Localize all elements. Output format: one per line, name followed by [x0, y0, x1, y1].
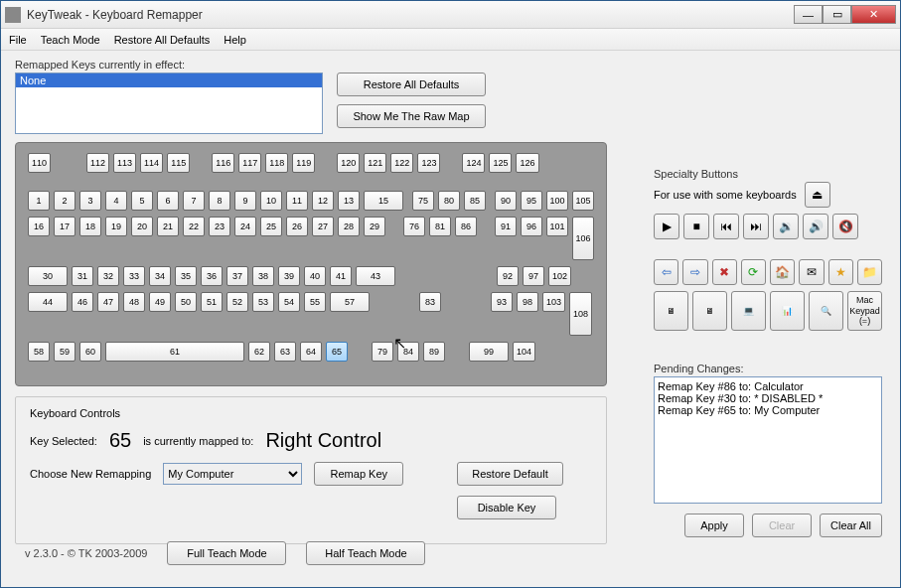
- refresh-icon[interactable]: ⟳: [741, 259, 766, 285]
- key-62[interactable]: 62: [248, 342, 270, 362]
- key-95[interactable]: 95: [521, 191, 542, 211]
- key-3[interactable]: 3: [79, 191, 101, 211]
- mail-icon[interactable]: ✉: [799, 259, 824, 285]
- key-36[interactable]: 36: [201, 266, 223, 286]
- key-20[interactable]: 20: [131, 217, 153, 236]
- key-65[interactable]: 65: [326, 342, 348, 362]
- key-85[interactable]: 85: [464, 191, 486, 211]
- key-51[interactable]: 51: [201, 292, 223, 312]
- key-38[interactable]: 38: [252, 266, 274, 286]
- key-79[interactable]: 79: [372, 342, 393, 362]
- key-64[interactable]: 64: [300, 342, 322, 362]
- pending-item[interactable]: Remap Key #65 to: My Computer: [658, 404, 878, 416]
- key-30[interactable]: 30: [28, 266, 68, 286]
- key-54[interactable]: 54: [278, 292, 300, 312]
- key-108[interactable]: 108: [569, 292, 592, 336]
- key-6[interactable]: 6: [157, 191, 179, 211]
- key-52[interactable]: 52: [226, 292, 248, 312]
- remapped-keys-list[interactable]: None: [15, 73, 323, 134]
- key-4[interactable]: 4: [105, 191, 127, 211]
- clear-button[interactable]: Clear: [752, 514, 812, 537]
- monitor-icon[interactable]: 💻: [731, 291, 766, 331]
- close-button[interactable]: ✕: [851, 5, 896, 24]
- key-126[interactable]: 126: [516, 153, 538, 173]
- key-113[interactable]: 113: [113, 153, 136, 173]
- remapped-item[interactable]: None: [16, 74, 322, 87]
- key-96[interactable]: 96: [521, 217, 542, 236]
- key-10[interactable]: 10: [260, 191, 282, 211]
- key-93[interactable]: 93: [491, 292, 513, 312]
- key-58[interactable]: 58: [28, 342, 50, 362]
- key-59[interactable]: 59: [54, 342, 75, 362]
- key-19[interactable]: 19: [105, 217, 127, 236]
- key-9[interactable]: 9: [234, 191, 256, 211]
- favorites-icon[interactable]: ★: [828, 259, 853, 285]
- prev-track-icon[interactable]: ⏮: [713, 214, 739, 239]
- key-39[interactable]: 39: [278, 266, 300, 286]
- menu-restore-all-defaults[interactable]: Restore All Defaults: [114, 34, 211, 46]
- key-1[interactable]: 1: [28, 191, 50, 211]
- key-61[interactable]: 61: [105, 342, 244, 362]
- key-57[interactable]: 57: [330, 292, 370, 312]
- key-110[interactable]: 110: [28, 153, 51, 173]
- key-76[interactable]: 76: [403, 217, 425, 236]
- key-114[interactable]: 114: [140, 153, 163, 173]
- key-101[interactable]: 101: [546, 217, 568, 236]
- key-53[interactable]: 53: [252, 292, 274, 312]
- key-90[interactable]: 90: [495, 191, 517, 211]
- disable-key-button[interactable]: Disable Key: [457, 496, 556, 519]
- menu-help[interactable]: Help: [224, 34, 246, 46]
- key-2[interactable]: 2: [54, 191, 75, 211]
- key-124[interactable]: 124: [462, 153, 485, 173]
- key-17[interactable]: 17: [54, 217, 75, 236]
- key-8[interactable]: 8: [209, 191, 230, 211]
- menu-teach-mode[interactable]: Teach Mode: [41, 34, 100, 46]
- maximize-button[interactable]: ▭: [823, 5, 851, 24]
- key-99[interactable]: 99: [469, 342, 509, 362]
- key-48[interactable]: 48: [123, 292, 145, 312]
- computer2-icon[interactable]: 🖥: [692, 291, 727, 331]
- key-81[interactable]: 81: [429, 217, 451, 236]
- key-105[interactable]: 105: [572, 191, 594, 211]
- volume-down-icon[interactable]: 🔉: [773, 214, 799, 239]
- key-112[interactable]: 112: [86, 153, 109, 173]
- restore-all-defaults-button[interactable]: Restore All Defaults: [337, 73, 486, 96]
- full-teach-mode-button[interactable]: Full Teach Mode: [167, 541, 286, 565]
- folder-icon[interactable]: 📁: [857, 259, 882, 285]
- key-118[interactable]: 118: [265, 153, 288, 173]
- key-104[interactable]: 104: [513, 342, 535, 362]
- key-35[interactable]: 35: [175, 266, 197, 286]
- key-55[interactable]: 55: [304, 292, 326, 312]
- key-97[interactable]: 97: [523, 266, 544, 286]
- key-16[interactable]: 16: [28, 217, 50, 236]
- key-41[interactable]: 41: [330, 266, 352, 286]
- key-86[interactable]: 86: [455, 217, 477, 236]
- calculator-icon[interactable]: 📊: [770, 291, 805, 331]
- key-83[interactable]: 83: [419, 292, 441, 312]
- key-47[interactable]: 47: [97, 292, 119, 312]
- menu-file[interactable]: File: [9, 34, 27, 46]
- key-50[interactable]: 50: [175, 292, 197, 312]
- key-34[interactable]: 34: [149, 266, 171, 286]
- key-40[interactable]: 40: [304, 266, 326, 286]
- key-28[interactable]: 28: [338, 217, 360, 236]
- pending-item[interactable]: Remap Key #86 to: Calculator: [658, 380, 878, 392]
- key-27[interactable]: 27: [312, 217, 334, 236]
- key-25[interactable]: 25: [260, 217, 282, 236]
- key-120[interactable]: 120: [337, 153, 360, 173]
- key-37[interactable]: 37: [226, 266, 248, 286]
- key-75[interactable]: 75: [412, 191, 434, 211]
- key-80[interactable]: 80: [438, 191, 460, 211]
- show-raw-map-button[interactable]: Show Me The Raw Map: [337, 104, 486, 128]
- key-123[interactable]: 123: [417, 153, 440, 173]
- key-63[interactable]: 63: [274, 342, 296, 362]
- key-15[interactable]: 15: [364, 191, 403, 211]
- key-5[interactable]: 5: [131, 191, 153, 211]
- stop-icon[interactable]: ■: [683, 214, 709, 239]
- key-103[interactable]: 103: [542, 292, 565, 312]
- key-11[interactable]: 11: [286, 191, 308, 211]
- remapping-select[interactable]: My Computer: [163, 463, 302, 485]
- key-22[interactable]: 22: [183, 217, 205, 236]
- clear-all-button[interactable]: Clear All: [820, 514, 882, 537]
- home-icon[interactable]: 🏠: [770, 259, 795, 285]
